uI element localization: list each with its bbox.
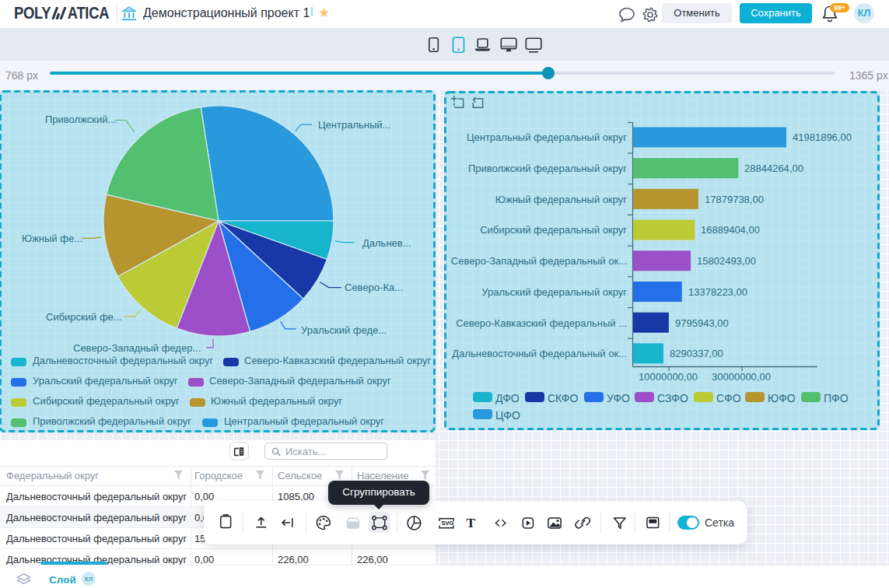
- svg-text:T: T: [467, 515, 476, 530]
- svg-text:SVG: SVG: [441, 520, 453, 527]
